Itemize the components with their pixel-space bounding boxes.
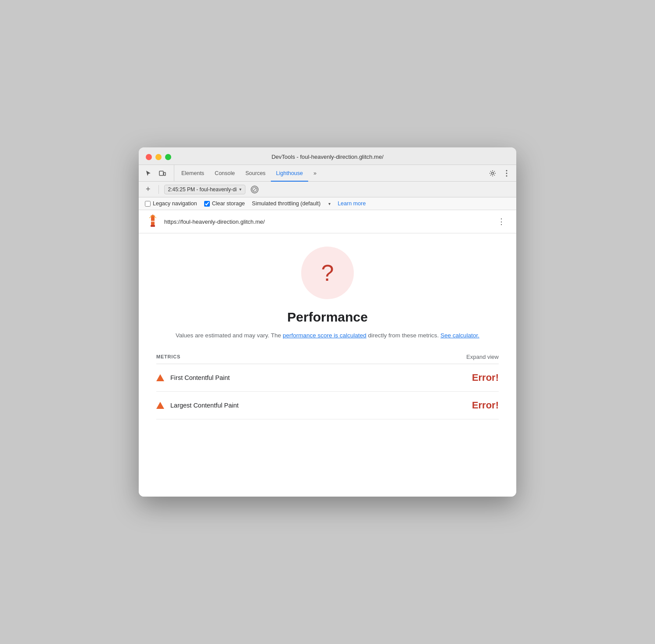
legacy-nav-checkbox[interactable] — [145, 201, 151, 207]
url-more-button[interactable]: ⋮ — [494, 215, 509, 228]
tab-console[interactable]: Console — [209, 165, 240, 182]
svg-rect-11 — [151, 225, 155, 227]
metric-name-fcp: First Contentful Paint — [170, 374, 472, 381]
url-chip-text: 2:45:25 PM - foul-heavenly-di — [168, 186, 237, 193]
svg-point-2 — [492, 172, 494, 174]
score-question-mark: ? — [321, 261, 334, 284]
legacy-nav-checkbox-group[interactable]: Legacy navigation — [145, 200, 197, 207]
performance-title: Performance — [156, 310, 499, 325]
url-chip[interactable]: 2:45:25 PM - foul-heavenly-di ▾ — [164, 185, 246, 194]
performance-description: Values are estimated and may vary. The p… — [156, 331, 499, 340]
more-options-icon[interactable] — [500, 167, 513, 179]
metrics-section-label: METRICS — [156, 354, 180, 359]
learn-more-link[interactable]: Learn more — [338, 200, 366, 207]
metric-value-fcp: Error! — [472, 372, 499, 383]
settings-icon[interactable] — [486, 167, 499, 179]
new-tab-button[interactable]: + — [143, 184, 153, 195]
expand-view-button[interactable]: Expand view — [466, 354, 499, 360]
desc-middle: directly from these metrics. — [367, 332, 441, 339]
score-circle: ? — [301, 247, 354, 299]
svg-point-5 — [506, 175, 507, 176]
metric-row-fcp: First Contentful Paint Error! — [156, 364, 499, 392]
clear-storage-checkbox-group[interactable]: Clear storage — [204, 200, 245, 207]
browser-window: DevTools - foul-heavenly-direction.glitc… — [139, 147, 516, 497]
score-area: ? — [156, 247, 499, 299]
legacy-nav-label: Legacy navigation — [153, 200, 197, 207]
svg-line-7 — [253, 188, 256, 191]
cursor-icon[interactable] — [142, 167, 155, 179]
metrics-header: METRICS Expand view — [156, 354, 499, 364]
maximize-button[interactable] — [165, 154, 171, 160]
devtools-tabs-bar: Elements Console Sources Lighthouse » — [139, 165, 516, 182]
traffic-lights — [146, 154, 171, 160]
lighthouse-logo-icon — [146, 215, 160, 229]
lighthouse-url: https://foul-heavenly-direction.glitch.m… — [164, 218, 494, 225]
no-throttle-icon — [251, 186, 259, 193]
desc-text: Values are estimated and may vary. The — [176, 332, 283, 339]
devtools-right-icons — [486, 165, 513, 181]
clear-storage-checkbox[interactable] — [204, 201, 210, 207]
svg-point-3 — [506, 170, 507, 171]
url-row: https://foul-heavenly-direction.glitch.m… — [139, 210, 516, 233]
tab-sources[interactable]: Sources — [240, 165, 271, 182]
device-toggle-icon[interactable] — [156, 167, 169, 179]
warning-icon-lcp — [156, 402, 164, 409]
svg-rect-1 — [164, 172, 166, 175]
options-bar: Legacy navigation Clear storage Simulate… — [139, 197, 516, 210]
tab-more[interactable]: » — [308, 165, 322, 182]
performance-score-link[interactable]: performance score is calculated — [283, 332, 367, 339]
metric-value-lcp: Error! — [472, 400, 499, 411]
window-title: DevTools - foul-heavenly-direction.glitc… — [271, 154, 383, 160]
tab-lighthouse[interactable]: Lighthouse — [271, 165, 308, 182]
title-bar: DevTools - foul-heavenly-direction.glitc… — [139, 147, 516, 165]
metric-name-lcp: Largest Contentful Paint — [170, 402, 472, 409]
warning-icon-fcp — [156, 374, 164, 381]
main-content: ? Performance Values are estimated and m… — [139, 233, 516, 497]
throttle-dropdown-arrow[interactable]: ▾ — [328, 201, 331, 206]
toolbar-divider — [158, 185, 159, 194]
svg-rect-0 — [159, 171, 163, 175]
metric-row-lcp: Largest Contentful Paint Error! — [156, 392, 499, 419]
close-button[interactable] — [146, 154, 152, 160]
url-dropdown-arrow: ▾ — [239, 187, 241, 192]
devtools-left-icons — [142, 165, 174, 181]
minimize-button[interactable] — [155, 154, 162, 160]
toolbar-row: + 2:45:25 PM - foul-heavenly-di ▾ — [139, 182, 516, 197]
throttle-label: Simulated throttling (default) — [252, 200, 320, 207]
clear-storage-label: Clear storage — [212, 200, 245, 207]
svg-point-4 — [506, 172, 507, 174]
tab-elements[interactable]: Elements — [176, 165, 209, 182]
calculator-link[interactable]: See calculator. — [440, 332, 479, 339]
svg-rect-10 — [150, 221, 155, 222]
